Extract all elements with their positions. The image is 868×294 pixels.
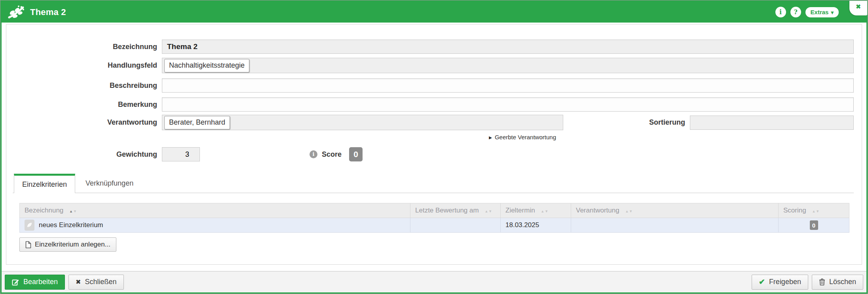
sort-icons (812, 209, 820, 213)
verantwortung-label: Verantwortung (13, 118, 162, 127)
verantwortung-chip[interactable]: Berater, Bernhard (164, 116, 230, 129)
table-row[interactable]: neues Einzelkriterium 18.03.2025 0 (20, 218, 849, 233)
schliessen-button[interactable]: Schließen (68, 275, 123, 290)
row-bezeichnung: neues Einzelkriterium (39, 221, 103, 229)
sort-up-icon (812, 209, 816, 213)
sort-down-icon (73, 209, 77, 213)
extras-label: Extras (811, 9, 829, 15)
pencil-square-icon (12, 278, 19, 286)
tabstrip: Einzelkriterien Verknüpfungen (13, 174, 854, 193)
bearbeiten-button[interactable]: Bearbeiten (5, 275, 65, 290)
geerbte-verantwortung-toggle[interactable]: Geerbte Verantwortung (162, 134, 563, 140)
column-header-zieltermin[interactable]: Zieltermin (501, 203, 571, 218)
beschreibung-label: Beschreibung (13, 82, 162, 90)
score-label: Score (322, 150, 342, 159)
sortierung-input[interactable] (690, 116, 854, 130)
beschreibung-input[interactable] (162, 78, 854, 93)
footer-right-actions: Freigeben Löschen (752, 275, 863, 290)
titlebar-actions: Extras (775, 7, 839, 17)
caret-down-icon (831, 9, 834, 15)
extras-menu-button[interactable]: Extras (805, 7, 839, 17)
info-circle-icon (310, 150, 317, 158)
sort-icons (625, 209, 633, 213)
handlungsfeld-label: Handlungsfeld (13, 61, 162, 70)
form-row-handlungsfeld: Handlungsfeld Nachhaltigkeitsstrategie (13, 58, 854, 73)
freigeben-label: Freigeben (769, 278, 801, 286)
gewichtung-label: Gewichtung (13, 150, 162, 159)
form-row-inherited: Geerbte Verantwortung (13, 134, 854, 140)
bezeichnung-field: Thema 2 (162, 40, 854, 54)
bemerkung-label: Bemerkung (13, 101, 162, 109)
check-mark-icon (759, 277, 765, 286)
handlungsfeld-field: Nachhaltigkeitsstrategie (162, 58, 854, 73)
tab-verknuepfungen[interactable]: Verknüpfungen (75, 174, 144, 193)
form-row-gewichtung: Gewichtung Score 0 (13, 147, 854, 161)
leaf-document-icon (25, 220, 34, 231)
score-group: Score 0 (310, 147, 363, 161)
bezeichnung-value: Thema 2 (167, 42, 198, 51)
close-window-button[interactable] (849, 1, 867, 15)
sort-icons (541, 209, 549, 213)
sort-icons (69, 209, 77, 213)
x-mark-icon (76, 278, 81, 286)
gewichtung-input[interactable] (162, 147, 200, 161)
loeschen-button[interactable]: Löschen (812, 275, 863, 290)
dialog-window: Thema 2 Extras Bezeichnung Thema 2 (0, 0, 868, 294)
dialog-body: Thema 2 Extras Bezeichnung Thema 2 (2, 2, 866, 292)
form-row-bezeichnung: Bezeichnung Thema 2 (13, 40, 854, 54)
content-panel: Bezeichnung Thema 2 Handlungsfeld Nachha… (6, 24, 862, 265)
form-row-verantwortung: Verantwortung Berater, Bernhard Sortieru… (13, 115, 854, 130)
column-header-verantwortung[interactable]: Verantwortung (571, 203, 779, 218)
column-header-bezeichnung[interactable]: Bezeichnung (20, 203, 410, 218)
bearbeiten-label: Bearbeiten (23, 278, 58, 286)
score-badge: 0 (349, 147, 363, 161)
inherited-link-label: Geerbte Verantwortung (495, 134, 556, 140)
einzelkriterium-anlegen-button[interactable]: Einzelkriterium anlegen... (19, 237, 116, 252)
anlegen-button-label: Einzelkriterium anlegen... (35, 241, 110, 248)
einzelkriterien-table: Bezeichnung Letzte Bewertung am Zielterm… (19, 203, 849, 233)
form-row-beschreibung: Beschreibung (13, 78, 854, 93)
verantwortung-field: Berater, Bernhard (162, 115, 563, 130)
handlungsfeld-chip[interactable]: Nachhaltigkeitsstrategie (164, 59, 249, 72)
bemerkung-input[interactable] (162, 97, 854, 112)
loeschen-label: Löschen (829, 278, 856, 286)
leaf-branch-icon (7, 4, 25, 20)
sortierung-label: Sortierung (563, 118, 690, 127)
sort-up-icon (69, 209, 73, 213)
sort-up-icon (625, 209, 629, 213)
sort-down-icon (545, 209, 549, 213)
sort-down-icon (629, 209, 633, 213)
question-circle-icon[interactable] (790, 7, 801, 17)
titlebar: Thema 2 Extras (2, 2, 866, 23)
sort-icons (484, 209, 492, 213)
sort-up-icon (484, 209, 488, 213)
sort-down-icon (816, 209, 820, 213)
document-icon (25, 241, 31, 248)
trash-icon (819, 278, 825, 286)
row-letzte-bewertung (410, 218, 501, 233)
column-header-letzte-bewertung[interactable]: Letzte Bewertung am (410, 203, 501, 218)
close-x-icon (856, 3, 861, 10)
row-verantwortung (571, 218, 779, 233)
column-header-scoring[interactable]: Scoring (779, 203, 849, 218)
page-title: Thema 2 (30, 7, 66, 17)
row-scoring-badge: 0 (810, 220, 818, 230)
footer-toolbar: Bearbeiten Schließen Freigeben (2, 271, 866, 292)
caret-right-icon (489, 134, 495, 140)
freigeben-button[interactable]: Freigeben (752, 275, 808, 290)
row-zieltermin: 18.03.2025 (501, 218, 571, 233)
bezeichnung-label: Bezeichnung (13, 43, 162, 51)
schliessen-label: Schließen (85, 278, 116, 286)
table-header-row: Bezeichnung Letzte Bewertung am Zielterm… (20, 203, 849, 218)
sort-up-icon (541, 209, 545, 213)
tab-einzelkriterien[interactable]: Einzelkriterien (14, 174, 75, 193)
form-row-bemerkung: Bemerkung (13, 97, 854, 112)
sort-down-icon (488, 209, 492, 213)
info-circle-icon[interactable] (775, 7, 786, 17)
